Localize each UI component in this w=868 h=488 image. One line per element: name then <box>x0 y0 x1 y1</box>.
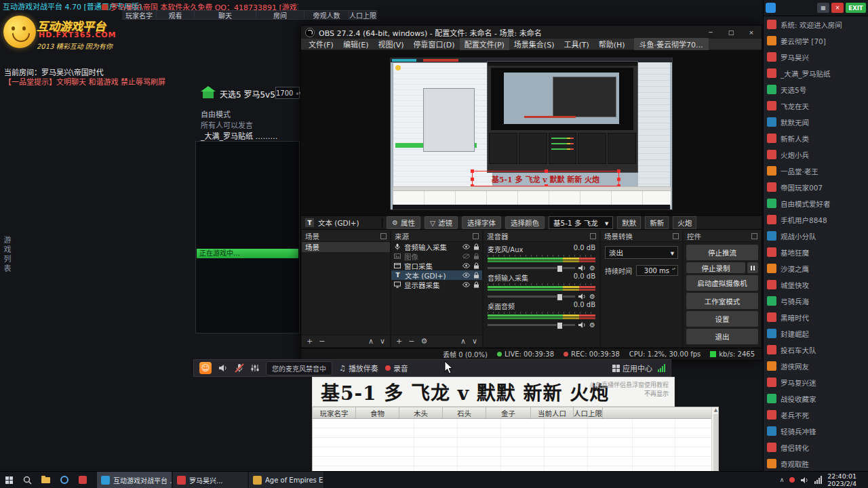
sources-panel-header[interactable]: 来源 <box>391 231 482 242</box>
pin-icon[interactable] <box>751 233 757 239</box>
pin-icon[interactable] <box>673 233 679 239</box>
eye-icon[interactable] <box>462 272 470 278</box>
remove-scene-button[interactable]: − <box>319 337 325 346</box>
source-properties-icon[interactable]: ⚙ <box>420 337 427 346</box>
transition-select[interactable]: 淡出 ▾ <box>605 246 678 259</box>
platform-column-header[interactable]: 房间 <box>256 10 304 20</box>
eye-hidden-icon[interactable] <box>462 253 470 259</box>
stop-streaming-button[interactable]: 停止推流 <box>686 245 758 260</box>
source-row-text-gdi[interactable]: T 文本 (GDI+) <box>391 270 482 280</box>
selection-handle[interactable] <box>617 169 620 173</box>
source-row-image[interactable]: 图像 <box>391 251 482 261</box>
pause-recording-button[interactable] <box>747 262 758 273</box>
game-list-vertical-tab[interactable]: 游戏列表 <box>1 236 12 274</box>
exit-button[interactable]: EXIT <box>846 3 866 13</box>
viewer-list-item[interactable]: 手机用户8848 <box>764 211 868 228</box>
stats-column-header[interactable]: 石头 <box>443 407 486 418</box>
search-button[interactable] <box>18 472 37 488</box>
room-value-spinner[interactable]: 1700 ▲▼ <box>275 87 300 99</box>
viewer-list-item[interactable]: 僧侣转化 <box>764 439 868 455</box>
menu-tools[interactable]: 工具(T) <box>559 38 593 50</box>
tray-expand-icon[interactable]: ∧ <box>780 476 785 483</box>
mixer-panel-header[interactable]: 混音器 <box>484 231 599 242</box>
viewer-list-item[interactable]: 老兵不死 <box>764 407 868 423</box>
move-up-icon[interactable]: ∧ <box>460 337 466 346</box>
text-source-selection-box[interactable]: 基5-1 多 飞龙 v 默默 新新 火炮 <box>472 171 619 186</box>
pinned-file-explorer[interactable] <box>37 472 55 488</box>
viewer-list-item[interactable]: 一品堂·老王 <box>764 163 868 179</box>
pinned-app[interactable] <box>73 472 92 488</box>
mic-muted-icon[interactable] <box>235 363 244 373</box>
platform-column-header[interactable]: 人口上限 <box>349 10 377 20</box>
viewer-list-item[interactable]: 沙漠之鹰 <box>764 260 868 277</box>
move-down-icon[interactable]: ∨ <box>472 337 477 346</box>
audio-settings-icon[interactable] <box>251 364 259 372</box>
selection-handle[interactable] <box>545 169 548 173</box>
stats-column-header[interactable]: 当前人口 <box>531 407 574 418</box>
viewer-list-item[interactable]: 天选5号 <box>764 81 868 98</box>
lock-icon[interactable] <box>473 272 479 279</box>
obs-titlebar[interactable]: OBS 27.2.4 (64-bit, windows) - 配置文件: 未命名… <box>301 26 762 39</box>
chat-app-icon[interactable] <box>766 3 776 13</box>
move-down-icon[interactable]: ∨ <box>380 337 385 346</box>
viewer-list-item[interactable]: 系统: 欢迎进入房间 <box>764 16 868 33</box>
taskbar-app-button[interactable]: Age of Empires E... <box>249 472 323 488</box>
eye-icon[interactable] <box>462 282 470 287</box>
viewer-list-item[interactable]: 游侠网友 <box>764 358 868 374</box>
eye-icon[interactable] <box>462 263 470 268</box>
pinned-browser[interactable] <box>55 472 73 488</box>
volume-slider[interactable] <box>488 267 575 269</box>
room-player-list[interactable]: 正在游戏中… <box>195 141 300 333</box>
menu-view[interactable]: 视图(V) <box>373 38 408 50</box>
selection-handle[interactable] <box>617 178 620 181</box>
viewer-list-item[interactable]: 罗马昊兴 <box>764 49 868 65</box>
gear-icon[interactable]: ⚙ <box>589 322 595 329</box>
viewer-list-item[interactable]: 战役收藏家 <box>764 390 868 407</box>
viewer-list-item[interactable]: 封建崛起 <box>764 325 868 342</box>
gear-icon[interactable]: ⚙ <box>589 293 595 300</box>
taskbar-app-button[interactable]: 互动游戏对战平台 ... <box>97 472 172 488</box>
pin-icon[interactable] <box>380 233 387 239</box>
source-row-audio-input[interactable]: 音频输入采集 <box>391 242 482 251</box>
table-row[interactable] <box>313 457 718 466</box>
stats-column-header[interactable]: 玩家名字 <box>313 407 356 418</box>
viewer-list-item[interactable]: 基地狂魔 <box>764 244 868 260</box>
stats-column-header[interactable]: 金子 <box>486 407 531 418</box>
viewer-list-item[interactable]: 投石车大队 <box>764 342 868 358</box>
add-source-button[interactable]: + <box>396 337 402 346</box>
menu-profile[interactable]: 配置文件(P) <box>460 38 509 50</box>
scenes-panel-header[interactable]: 场景 <box>302 231 390 242</box>
obs-preview-canvas[interactable]: 基5-1 多 飞龙 v 默默 新新 火炮 <box>301 50 762 217</box>
douyu-logo-icon[interactable]: ☺ <box>199 362 212 374</box>
speaker-icon[interactable] <box>578 293 587 300</box>
duration-spinner[interactable]: 300 ms ▴▾ <box>636 265 678 276</box>
viewer-list-item[interactable]: 新新人类 <box>764 130 868 146</box>
menu-docks[interactable]: 停靠窗口(D) <box>409 38 460 50</box>
settings-button[interactable]: 设置 <box>686 311 758 327</box>
exit-button[interactable]: 退出 <box>686 329 758 344</box>
platform-column-header[interactable]: 旁观人数 <box>304 10 349 20</box>
lock-icon[interactable] <box>473 253 479 260</box>
menu-file[interactable]: 文件(F) <box>304 38 338 50</box>
viewer-list-item[interactable]: 飞龙在天 <box>764 98 868 114</box>
app-center-button[interactable]: 应用中心 <box>612 363 652 373</box>
choose-font-button[interactable]: 选择字体 <box>462 216 501 229</box>
virtual-camera-button[interactable]: 启动虚拟摄像机 <box>686 275 758 291</box>
taskbar-app-button[interactable]: 罗马昊兴... <box>173 472 248 488</box>
viewer-list-item[interactable]: _大满_罗马贴纸 <box>764 65 868 81</box>
filters-button[interactable]: ▽滤镜 <box>425 216 458 229</box>
lock-icon[interactable] <box>473 281 479 288</box>
maximize-button[interactable]: □ <box>721 26 741 39</box>
viewer-list-item[interactable]: 城堡快攻 <box>764 277 868 293</box>
stats-column-header[interactable]: 人口上限 <box>574 407 603 418</box>
viewer-list-item[interactable]: 帝国玩家007 <box>764 179 868 195</box>
start-button[interactable] <box>0 472 18 488</box>
viewer-list-item[interactable]: 罗马复兴迷 <box>764 374 868 390</box>
scroll-up-icon[interactable]: ▲ <box>714 407 717 413</box>
menu-edit[interactable]: 编辑(E) <box>338 38 374 50</box>
scrollbar-thumb[interactable] <box>713 414 718 479</box>
viewer-list-item[interactable]: 奇观取胜 <box>764 455 868 471</box>
table-row[interactable] <box>313 419 718 428</box>
source-row-display-capture[interactable]: 显示器采集 <box>391 280 482 289</box>
choose-color-button[interactable]: 选择颜色 <box>505 216 545 229</box>
